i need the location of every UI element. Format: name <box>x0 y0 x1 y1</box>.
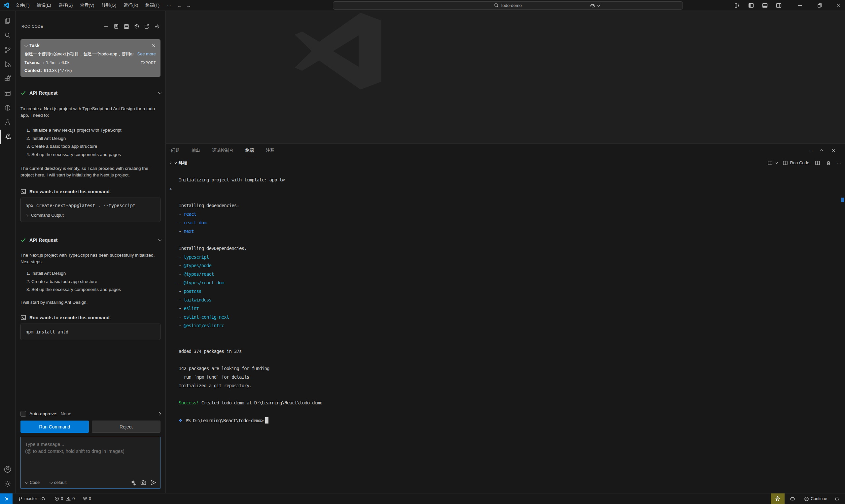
roo-code-sidebar: ROO CODE Task 创建一个使用ts的next.js项目，创建一个tod… <box>16 11 166 493</box>
ports-item[interactable]: 0 <box>80 493 93 504</box>
toggle-secondary-sidebar-icon[interactable] <box>772 0 786 11</box>
command-output-toggle[interactable]: Command Output <box>21 209 160 222</box>
minimize-button-icon[interactable] <box>793 0 807 11</box>
tab-debug-console[interactable]: 调试控制台 <box>212 144 234 157</box>
terminal-line: - react-dom <box>179 220 845 229</box>
flask-icon[interactable] <box>0 115 16 130</box>
menu-more-icon[interactable]: ··· <box>163 0 175 11</box>
roo-code-status-item[interactable] <box>771 493 784 504</box>
camera-icon[interactable] <box>140 480 146 486</box>
mcp-servers-icon[interactable] <box>123 23 130 30</box>
see-more-link[interactable]: See more <box>137 52 156 56</box>
split-terminal-icon[interactable] <box>815 160 820 166</box>
terminal-line: Initializing project with template: app-… <box>179 177 845 186</box>
chevron-right-icon[interactable] <box>168 161 172 165</box>
menu-terminal[interactable]: 终端(T) <box>142 0 163 11</box>
export-button[interactable]: EXPORT <box>141 61 156 65</box>
restore-button-icon[interactable] <box>813 0 827 11</box>
chevron-down-icon[interactable] <box>158 91 161 94</box>
menu-run[interactable]: 运行(R) <box>120 0 142 11</box>
reject-button[interactable]: Reject <box>92 420 161 433</box>
warning-count: 0 <box>72 497 75 501</box>
menu-view[interactable]: 查看(V) <box>76 0 98 11</box>
ports-count: 0 <box>89 497 91 501</box>
terminal-more-icon[interactable]: ··· <box>837 160 841 165</box>
api-request-label: API Request <box>29 90 57 96</box>
search-icon[interactable] <box>0 28 16 42</box>
notifications-bell-icon[interactable] <box>832 493 842 504</box>
terminal-line: Success! Created todo-demo at D:\Learnin… <box>179 400 845 409</box>
api-request-row[interactable]: API Request <box>20 90 160 96</box>
nav-forward-icon[interactable]: → <box>184 3 193 8</box>
terminal-launch-profile[interactable] <box>768 160 777 166</box>
box-icon[interactable] <box>0 86 16 101</box>
command-box: npm install antd <box>20 324 160 340</box>
panel-close-icon[interactable] <box>831 148 836 153</box>
menu-edit[interactable]: 编辑(E) <box>33 0 55 11</box>
terminal-instance-roo-code[interactable]: Roo Code <box>782 160 809 166</box>
enhance-prompt-icon[interactable] <box>130 480 136 486</box>
git-branch-item[interactable]: master <box>16 493 48 504</box>
prompts-icon[interactable] <box>113 23 120 30</box>
circle-icon[interactable] <box>0 101 16 115</box>
menu-selection[interactable]: 选择(S) <box>55 0 76 11</box>
mode-select[interactable]: Code <box>25 480 40 485</box>
toggle-sidebar-icon[interactable] <box>744 0 758 11</box>
history-icon[interactable] <box>133 23 140 30</box>
terminal-scrollbar-marker[interactable] <box>841 198 844 202</box>
chevron-right-icon[interactable] <box>158 412 161 416</box>
list-item: Install Ant Design <box>31 269 160 278</box>
customize-layout-icon[interactable] <box>730 0 744 11</box>
task-card: Task 创建一个使用ts的next.js项目，创建一个todo-app，使用a… <box>20 39 160 77</box>
task-close-icon[interactable] <box>152 43 156 48</box>
run-command-button[interactable]: Run Command <box>20 420 89 433</box>
kill-terminal-icon[interactable] <box>826 160 831 166</box>
terminal-line: - eslint-config-next <box>179 314 845 323</box>
vscode-logo-icon <box>3 2 9 8</box>
auto-approve-row[interactable]: Auto-approve: None <box>20 411 160 417</box>
sync-cloud-icon <box>40 497 45 501</box>
new-task-icon[interactable] <box>102 23 110 30</box>
tab-comments[interactable]: 注释 <box>265 144 275 157</box>
tab-terminal[interactable]: 终端 <box>245 144 254 157</box>
api-request-row[interactable]: API Request <box>20 237 160 243</box>
extensions-icon[interactable] <box>0 72 16 86</box>
editor-area <box>166 11 845 143</box>
source-control-icon[interactable] <box>0 42 16 57</box>
run-debug-icon[interactable] <box>0 57 16 72</box>
terminal-line: added 374 packages in 37s <box>179 349 845 357</box>
send-icon[interactable] <box>151 480 156 486</box>
account-icon[interactable] <box>0 462 16 476</box>
settings-gear-icon[interactable] <box>0 476 16 491</box>
copilot-icon[interactable] <box>587 0 601 11</box>
auto-approve-value: None <box>61 411 71 416</box>
chevron-down-icon[interactable] <box>158 238 161 241</box>
tab-problems[interactable]: 问题 <box>171 144 180 157</box>
explorer-icon[interactable] <box>0 14 16 28</box>
nav-back-icon[interactable]: ← <box>175 3 184 8</box>
terminal-section-title[interactable]: 终端 <box>174 160 187 166</box>
toggle-panel-icon[interactable] <box>758 0 772 11</box>
menu-goto[interactable]: 转到(G) <box>98 0 120 11</box>
panel-more-icon[interactable]: ··· <box>809 148 813 153</box>
problems-item[interactable]: 0 0 <box>52 493 77 504</box>
tab-output[interactable]: 输出 <box>191 144 201 157</box>
settings-icon[interactable] <box>154 23 161 30</box>
close-window-icon[interactable] <box>831 0 845 11</box>
chat-stream: API Request To create a Next.js project … <box>16 77 166 340</box>
panel-maximize-icon[interactable] <box>820 149 823 152</box>
continue-status-item[interactable]: Continue <box>802 493 829 504</box>
api-profile-select[interactable]: default <box>50 480 67 485</box>
copilot-status-icon[interactable] <box>787 493 798 504</box>
open-in-editor-icon[interactable] <box>143 23 151 30</box>
command-box: npx create-next-app@latest . --typescrip… <box>20 198 160 222</box>
terminal-line: Installing devDependencies: <box>179 246 845 254</box>
title-bar: 文件(F) 编辑(E) 选择(S) 查看(V) 转到(G) 运行(R) 终端(T… <box>0 0 845 11</box>
message-input[interactable]: Type a message... (@ to add context, hol… <box>20 437 160 489</box>
task-collapse-icon[interactable] <box>24 43 28 47</box>
roo-code-rocket-icon[interactable] <box>0 130 16 144</box>
auto-approve-checkbox[interactable] <box>20 411 26 417</box>
menu-file[interactable]: 文件(F) <box>12 0 33 11</box>
remote-indicator[interactable] <box>0 493 13 504</box>
terminal-viewport[interactable]: ❖ Initializing project with template: ap… <box>166 168 845 424</box>
